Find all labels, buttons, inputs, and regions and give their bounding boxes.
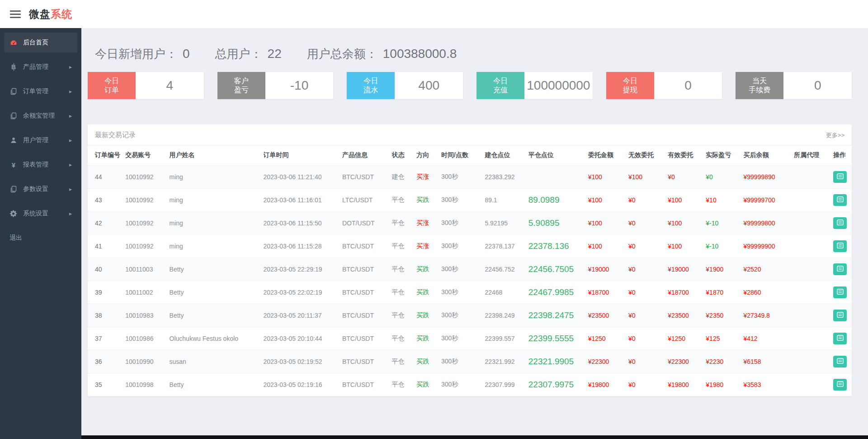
sidebar-item-label: 订单管理 <box>23 87 48 95</box>
cell-period: 300秒 <box>441 258 485 281</box>
cell-time: 2023-03-06 11:21:40 <box>264 166 342 189</box>
order-detail-button[interactable] <box>833 194 847 206</box>
top-navbar: 微盘系统 <box>0 0 868 28</box>
cell-time: 2023-03-05 22:02:19 <box>264 281 342 304</box>
panel-header: 最新交易记录 更多>> <box>88 124 852 145</box>
bitcoin-icon: B <box>9 64 18 70</box>
sidebar-item-label: 产品管理 <box>23 63 48 71</box>
cell-close <box>528 166 588 189</box>
cell-account: 10010992 <box>125 212 169 235</box>
col-header-direction: 方向 <box>416 145 441 166</box>
cell-id: 35 <box>88 373 125 396</box>
cell-valid: ¥100 <box>668 212 706 235</box>
cell-valid: ¥18700 <box>668 281 706 304</box>
cell-profit: ¥-10 <box>706 235 743 258</box>
cell-direction: 买涨 <box>416 212 441 235</box>
cell-name: ming <box>170 189 264 212</box>
cell-amount: ¥19000 <box>588 258 628 281</box>
cell-id: 37 <box>88 327 125 350</box>
table-row: 3610010990susan2023-03-05 02:19:52BTC/US… <box>88 350 852 373</box>
stat-card-label: 当天手续费 <box>736 72 783 99</box>
cell-direction: 买跌 <box>416 304 441 327</box>
menu-toggle-icon[interactable] <box>10 10 21 18</box>
sidebar-item-logout[interactable]: 退出 <box>4 228 77 248</box>
cell-direction: 买跌 <box>416 281 441 304</box>
order-detail-button[interactable] <box>833 286 847 298</box>
order-detail-button[interactable] <box>833 240 847 252</box>
cell-direction: 买涨 <box>416 166 441 189</box>
cell-account: 10010990 <box>125 350 169 373</box>
stat-card-label: 客户盈亏 <box>217 72 265 99</box>
cell-direction: 买跌 <box>416 373 441 396</box>
stat-cards-row: 今日订单4客户盈亏-10今日流水400今日充值100000000今日提现0当天手… <box>88 72 852 99</box>
order-detail-button[interactable] <box>833 263 847 275</box>
cell-status: 平仓 <box>392 350 417 373</box>
cell-balance: ¥99999800 <box>743 212 794 235</box>
sidebar-item-system[interactable]: 系统设置▸ <box>4 204 77 224</box>
order-detail-button[interactable] <box>833 310 847 321</box>
col-header-action: 操作 <box>833 145 852 166</box>
list-icon <box>837 220 844 227</box>
stat-label: 用户总余额： <box>307 47 377 61</box>
stat-value: 22 <box>268 47 282 61</box>
cell-name: Betty <box>170 373 264 396</box>
cell-name: Oluchukwu Festus okolo <box>170 327 264 350</box>
cell-id: 41 <box>88 235 125 258</box>
app-logo: 微盘系统 <box>29 7 72 21</box>
table-row: 3910011002Betty2023-03-05 22:02:19BTC/US… <box>88 281 852 304</box>
col-header-name: 用户姓名 <box>170 145 264 166</box>
cell-balance: ¥2860 <box>743 281 794 304</box>
cell-id: 42 <box>88 212 125 235</box>
order-detail-button[interactable] <box>833 217 847 229</box>
cell-action <box>833 166 852 189</box>
cell-balance: ¥412 <box>743 327 794 350</box>
cell-open: 22307.999 <box>485 373 528 396</box>
cell-open: 22383.292 <box>485 166 528 189</box>
stat-card-label: 今日订单 <box>88 72 136 99</box>
cell-product: BTC/USDT <box>342 373 392 396</box>
table-row: 4010011003Betty2023-03-05 22:29:19BTC/US… <box>88 258 852 281</box>
cell-period: 300秒 <box>441 327 485 350</box>
cell-status: 平仓 <box>392 281 417 304</box>
cell-id: 38 <box>88 304 125 327</box>
cell-invalid: ¥0 <box>628 304 668 327</box>
cell-period: 300秒 <box>441 235 485 258</box>
cell-action <box>833 327 852 350</box>
cell-action <box>833 212 852 235</box>
order-detail-button[interactable] <box>833 379 847 391</box>
chevron-right-icon: ▸ <box>69 64 72 70</box>
sidebar-item-reports[interactable]: ¥报表管理▸ <box>4 155 77 175</box>
order-detail-button[interactable] <box>833 356 847 367</box>
sidebar-item-products[interactable]: B产品管理▸ <box>4 57 77 77</box>
cell-period: 300秒 <box>441 166 485 189</box>
cell-agent <box>794 327 833 350</box>
more-link[interactable]: 更多>> <box>826 131 844 139</box>
chevron-right-icon: ▸ <box>69 137 72 143</box>
cell-balance: ¥99999900 <box>743 235 794 258</box>
sidebar-item-home[interactable]: 后台首页 <box>4 33 77 52</box>
cell-close: 22456.7505 <box>528 258 588 281</box>
yen-icon: ¥ <box>9 161 18 169</box>
col-header-product: 产品信息 <box>342 145 392 166</box>
cell-agent <box>794 281 833 304</box>
cell-valid: ¥19800 <box>668 373 706 396</box>
sidebar-item-yuebao[interactable]: 余额宝管理▸ <box>4 106 77 126</box>
sidebar-item-orders[interactable]: 订单管理▸ <box>4 81 77 101</box>
cell-amount: ¥100 <box>588 235 628 258</box>
table-head: 订单编号交易账号用户姓名订单时间产品信息状态方向时间/点数建仓点位平仓点位委托金… <box>88 145 852 166</box>
order-detail-button[interactable] <box>833 333 847 344</box>
cell-invalid: ¥0 <box>628 258 668 281</box>
order-detail-button[interactable] <box>833 171 847 183</box>
stat-card-value: 0 <box>783 72 852 99</box>
sidebar-item-params[interactable]: 参数设置▸ <box>4 179 77 199</box>
sidebar-item-users[interactable]: 用户管理▸ <box>4 130 77 150</box>
latest-trades-panel: 最新交易记录 更多>> 订单编号交易账号用户姓名订单时间产品信息状态方向时间/点… <box>88 124 852 396</box>
copy-icon <box>9 186 18 193</box>
cell-close: 22307.9975 <box>528 373 588 396</box>
cell-invalid: ¥0 <box>628 212 668 235</box>
cell-profit: ¥0 <box>706 166 743 189</box>
cell-balance: ¥2520 <box>743 258 794 281</box>
chevron-right-icon: ▸ <box>69 210 72 217</box>
trades-table: 订单编号交易账号用户姓名订单时间产品信息状态方向时间/点数建仓点位平仓点位委托金… <box>88 145 852 396</box>
cell-close: 5.90895 <box>528 212 588 235</box>
